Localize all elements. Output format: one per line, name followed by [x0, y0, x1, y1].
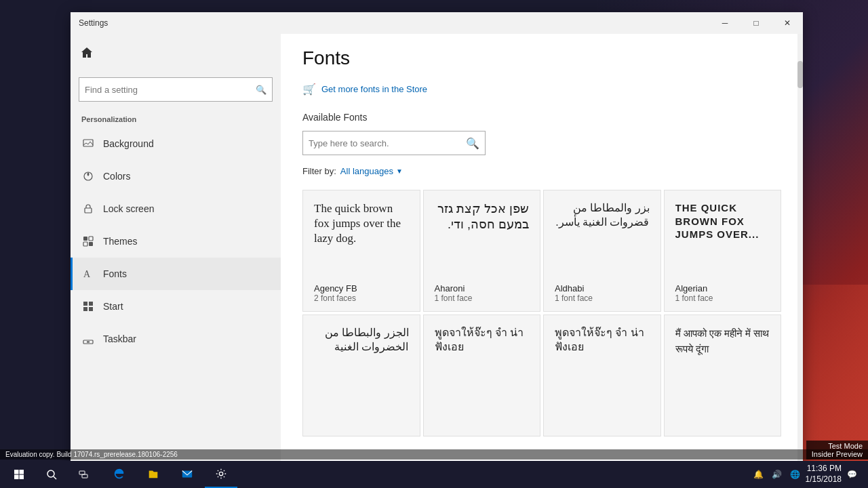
content-panel: Fonts 🛒 Get more fonts in the Store Avai… — [281, 34, 803, 475]
taskbar-search-button[interactable] — [35, 461, 68, 488]
svg-point-23 — [219, 472, 222, 475]
available-fonts-title: Available Fonts — [302, 112, 781, 123]
font-name: Aharoni — [435, 283, 530, 293]
sidebar-section-label: Personalization — [71, 107, 281, 127]
window-controls: ─ □ ✕ — [709, 12, 803, 34]
sidebar-item-colors[interactable]: Colors — [71, 160, 281, 192]
font-preview-text: The quick brown fox jumps over the lazy … — [314, 201, 409, 246]
svg-line-19 — [54, 476, 56, 479]
taskbar-task-view-button[interactable] — [68, 461, 100, 488]
font-card[interactable]: الجزر والبطاطا من الخضروات الغنية — [302, 314, 420, 436]
chevron-down-icon: ▼ — [396, 167, 403, 175]
svg-rect-2 — [85, 208, 92, 213]
themes-label: Themes — [103, 236, 138, 247]
maximize-button[interactable]: □ — [741, 12, 772, 34]
tray-volume[interactable]: 🔊 — [769, 468, 785, 481]
background-label: Background — [103, 138, 154, 149]
font-preview-text: שפן אכל קצת גזר במעם חסה, ודי. — [435, 201, 530, 233]
tray-time[interactable]: 11:36 PM 1/15/2018 — [806, 464, 842, 485]
home-button[interactable] — [71, 37, 103, 69]
sidebar-item-fonts[interactable]: A Fonts — [71, 258, 281, 290]
titlebar: Settings ─ □ ✕ — [71, 12, 803, 34]
colors-icon — [81, 169, 95, 183]
taskbar-label: Taskbar — [103, 333, 136, 344]
page-title: Fonts — [302, 47, 781, 69]
search-input[interactable] — [85, 85, 256, 95]
font-preview-text: THE QUICK BROWN FOX JUMPS OVER... — [675, 201, 770, 241]
svg-rect-9 — [89, 302, 93, 306]
font-preview: THE QUICK BROWN FOX JUMPS OVER... — [675, 201, 770, 275]
font-search-box[interactable]: 🔍 — [302, 131, 486, 155]
search-icon: 🔍 — [256, 85, 267, 95]
search-container: 🔍 — [71, 72, 281, 107]
sidebar-item-taskbar[interactable]: Taskbar — [71, 323, 281, 355]
font-preview: मैं आपको एक महीने में साथ रूपये दूंगा — [675, 326, 770, 420]
font-card[interactable]: بزر والمطاطا من قضروات الغنية يأسر. Aldh… — [543, 190, 661, 312]
action-center-icon[interactable]: 💬 — [844, 468, 860, 481]
font-search-input[interactable] — [309, 138, 466, 148]
taskbar-app-settings[interactable] — [205, 461, 237, 488]
font-card[interactable]: พูดจาให้จ๊ะๆ จํา น่าฟังเอย — [423, 314, 541, 436]
scrollbar[interactable] — [797, 34, 803, 475]
test-mode-line2: Insider Preview — [812, 450, 863, 458]
font-card[interactable]: שפן אכל קצת גזר במעם חסה, ודי. Aharoni 1… — [423, 190, 541, 312]
sidebar-item-themes[interactable]: Themes — [71, 225, 281, 258]
settings-window: Settings ─ □ ✕ 🔍 Personalization — [71, 12, 803, 475]
svg-rect-21 — [82, 474, 87, 478]
svg-rect-3 — [83, 237, 87, 241]
svg-rect-5 — [83, 242, 87, 246]
windows-icon — [14, 469, 24, 480]
store-link-text: Get more fonts in the Store — [321, 84, 427, 94]
svg-rect-6 — [89, 242, 93, 246]
font-preview: พูดจาให้จ๊ะๆ จํา น่าฟังเอย — [555, 326, 650, 420]
start-label: Start — [103, 301, 123, 312]
font-preview-text: พูดจาให้จ๊ะๆ จํา น่าฟังเอย — [555, 326, 650, 354]
font-preview: שפן אכל קצת גזר במעם חסה, ודי. — [435, 201, 530, 275]
start-nav-icon — [81, 300, 95, 313]
filter-dropdown[interactable]: All languages ▼ — [340, 166, 403, 176]
lock-screen-label: Lock screen — [103, 203, 154, 214]
taskbar-app-edge[interactable] — [103, 461, 136, 488]
svg-rect-13 — [87, 342, 90, 343]
content-inner: Fonts 🛒 Get more fonts in the Store Avai… — [281, 34, 803, 475]
eval-copy-text: Evaluation copy. Build 17074.rs_prerelea… — [5, 451, 178, 458]
sidebar-item-start[interactable]: Start — [71, 290, 281, 323]
font-card[interactable]: THE QUICK BROWN FOX JUMPS OVER... Algeri… — [664, 190, 782, 312]
font-name: Aldhabi — [555, 283, 650, 293]
fonts-grid: The quick brown fox jumps over the lazy … — [302, 190, 781, 436]
taskbar-start-button[interactable] — [3, 461, 35, 488]
task-view-icon — [79, 469, 90, 480]
taskbar-search-icon — [46, 469, 57, 480]
filter-row: Filter by: All languages ▼ — [302, 166, 781, 176]
search-box[interactable]: 🔍 — [79, 77, 273, 102]
taskbar: 🔔 🔊 🌐 11:36 PM 1/15/2018 💬 — [0, 461, 868, 488]
font-preview: بزر والمطاطا من قضروات الغنية يأسر. — [555, 201, 650, 275]
sidebar-item-lock-screen[interactable]: Lock screen — [71, 192, 281, 225]
files-icon — [147, 468, 159, 480]
font-card[interactable]: मैं आपको एक महीने में साथ रूपये दूंगा — [664, 314, 782, 436]
mail-icon — [181, 468, 193, 480]
taskbar-nav-icon — [81, 332, 95, 346]
svg-rect-16 — [14, 475, 19, 480]
taskbar-app-files[interactable] — [137, 461, 170, 488]
scrollbar-thumb[interactable] — [797, 61, 803, 88]
font-preview-text: मैं आपको एक महीने में साथ रूपये दूंगा — [675, 326, 770, 357]
themes-icon — [81, 235, 95, 248]
tray-network[interactable]: 🌐 — [787, 468, 803, 481]
filter-value: All languages — [340, 166, 393, 176]
font-faces: 1 font face — [435, 293, 530, 303]
taskbar-app-mail[interactable] — [171, 461, 203, 488]
svg-text:A: A — [83, 269, 91, 279]
edge-icon — [113, 468, 125, 480]
font-preview-text: พูดจาให้จ๊ะๆ จํา น่าฟังเอย — [435, 326, 530, 354]
tray-notification[interactable]: 🔔 — [751, 468, 766, 481]
font-preview-text: الجزر والبطاطا من الخضروات الغنية — [314, 326, 409, 354]
svg-rect-4 — [89, 237, 93, 241]
font-card[interactable]: พูดจาให้จ๊ะๆ จํา น่าฟังเอย — [543, 314, 661, 436]
minimize-button[interactable]: ─ — [709, 12, 741, 34]
store-link[interactable]: 🛒 Get more fonts in the Store — [302, 83, 781, 96]
sidebar-item-background[interactable]: Background — [71, 127, 281, 160]
font-card[interactable]: The quick brown fox jumps over the lazy … — [302, 190, 420, 312]
taskbar-tray: 🔔 🔊 🌐 11:36 PM 1/15/2018 💬 — [751, 464, 865, 485]
close-button[interactable]: ✕ — [772, 12, 803, 34]
